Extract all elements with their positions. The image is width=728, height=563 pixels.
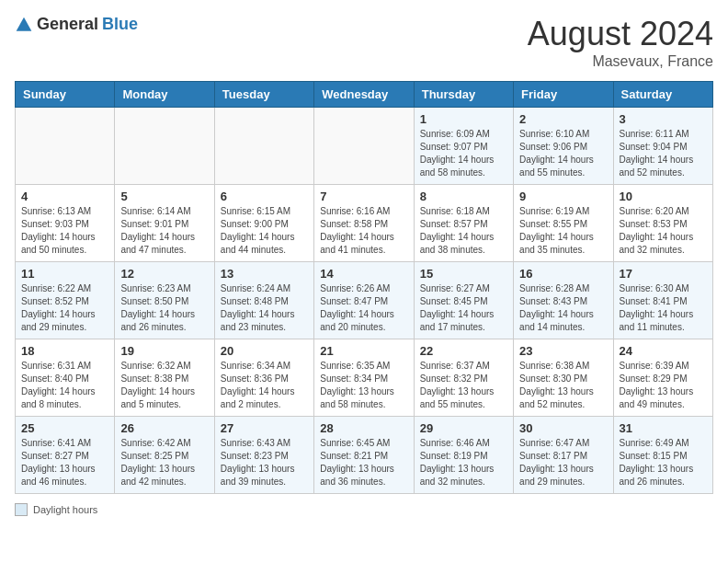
day-info: Sunrise: 6:39 AMSunset: 8:29 PMDaylight:… [620, 360, 707, 411]
calendar-cell: 21Sunrise: 6:35 AMSunset: 8:34 PMDayligh… [314, 339, 414, 417]
day-info: Sunrise: 6:23 AMSunset: 8:50 PMDaylight:… [120, 282, 208, 334]
location: Masevaux, France [528, 53, 713, 70]
day-info: Sunrise: 6:14 AMSunset: 9:01 PMDaylight:… [120, 205, 208, 257]
day-info: Sunrise: 6:11 AMSunset: 9:04 PMDaylight:… [620, 128, 707, 179]
day-number: 18 [21, 344, 108, 358]
calendar-week-row: 18Sunrise: 6:31 AMSunset: 8:40 PMDayligh… [16, 339, 713, 417]
day-number: 7 [320, 190, 407, 203]
day-info: Sunrise: 6:10 AMSunset: 9:06 PMDaylight:… [519, 128, 607, 179]
day-number: 15 [420, 267, 507, 281]
calendar-cell: 20Sunrise: 6:34 AMSunset: 8:36 PMDayligh… [214, 339, 313, 417]
day-number: 4 [21, 190, 108, 203]
day-info: Sunrise: 6:19 AMSunset: 8:55 PMDaylight:… [519, 205, 607, 257]
calendar-cell: 16Sunrise: 6:28 AMSunset: 8:43 PMDayligh… [514, 262, 613, 339]
day-number: 27 [221, 421, 308, 435]
day-number: 6 [221, 190, 308, 203]
month-year: August 2024 [528, 15, 713, 53]
daylight-legend-box [15, 503, 28, 516]
logo: General Blue [15, 15, 138, 34]
calendar-cell [16, 108, 115, 185]
day-number: 29 [420, 421, 507, 435]
calendar-cell: 19Sunrise: 6:32 AMSunset: 8:38 PMDayligh… [115, 339, 214, 417]
page-header: General Blue August 2024 Masevaux, Franc… [15, 15, 713, 70]
col-header-friday: Friday [514, 82, 613, 108]
calendar-table: SundayMondayTuesdayWednesdayThursdayFrid… [15, 81, 713, 494]
day-info: Sunrise: 6:32 AMSunset: 8:38 PMDaylight:… [120, 360, 208, 411]
day-info: Sunrise: 6:43 AMSunset: 8:23 PMDaylight:… [221, 437, 308, 488]
logo-icon [15, 16, 33, 34]
day-info: Sunrise: 6:37 AMSunset: 8:32 PMDaylight:… [420, 360, 507, 411]
day-number: 13 [221, 267, 308, 281]
day-number: 26 [120, 421, 208, 435]
day-info: Sunrise: 6:47 AMSunset: 8:17 PMDaylight:… [519, 437, 607, 488]
calendar-cell: 10Sunrise: 6:20 AMSunset: 8:53 PMDayligh… [613, 185, 712, 262]
calendar-cell: 3Sunrise: 6:11 AMSunset: 9:04 PMDaylight… [613, 108, 712, 185]
day-number: 16 [519, 267, 607, 281]
day-info: Sunrise: 6:26 AMSunset: 8:47 PMDaylight:… [320, 282, 407, 334]
calendar-cell: 30Sunrise: 6:47 AMSunset: 8:17 PMDayligh… [514, 417, 613, 494]
day-number: 14 [320, 267, 407, 281]
day-info: Sunrise: 6:27 AMSunset: 8:45 PMDaylight:… [420, 282, 507, 334]
svg-marker-0 [17, 17, 32, 30]
day-info: Sunrise: 6:34 AMSunset: 8:36 PMDaylight:… [221, 360, 308, 411]
day-info: Sunrise: 6:45 AMSunset: 8:21 PMDaylight:… [320, 437, 407, 488]
day-number: 2 [519, 112, 607, 126]
calendar-cell: 8Sunrise: 6:18 AMSunset: 8:57 PMDaylight… [414, 185, 513, 262]
calendar-cell: 14Sunrise: 6:26 AMSunset: 8:47 PMDayligh… [314, 262, 414, 339]
calendar-cell: 18Sunrise: 6:31 AMSunset: 8:40 PMDayligh… [16, 339, 115, 417]
day-info: Sunrise: 6:35 AMSunset: 8:34 PMDaylight:… [320, 360, 407, 411]
calendar-week-row: 25Sunrise: 6:41 AMSunset: 8:27 PMDayligh… [16, 417, 713, 494]
calendar-week-row: 4Sunrise: 6:13 AMSunset: 9:03 PMDaylight… [16, 185, 713, 262]
day-number: 28 [320, 421, 407, 435]
day-info: Sunrise: 6:38 AMSunset: 8:30 PMDaylight:… [519, 360, 607, 411]
calendar-cell: 31Sunrise: 6:49 AMSunset: 8:15 PMDayligh… [613, 417, 712, 494]
calendar-cell: 2Sunrise: 6:10 AMSunset: 9:06 PMDaylight… [514, 108, 613, 185]
calendar-cell: 17Sunrise: 6:30 AMSunset: 8:41 PMDayligh… [613, 262, 712, 339]
day-number: 8 [420, 190, 507, 203]
day-info: Sunrise: 6:18 AMSunset: 8:57 PMDaylight:… [420, 205, 507, 257]
calendar-week-row: 1Sunrise: 6:09 AMSunset: 9:07 PMDaylight… [16, 108, 713, 185]
calendar-cell: 5Sunrise: 6:14 AMSunset: 9:01 PMDaylight… [115, 185, 214, 262]
col-header-sunday: Sunday [16, 82, 115, 108]
day-number: 9 [519, 190, 607, 203]
calendar-cell: 1Sunrise: 6:09 AMSunset: 9:07 PMDaylight… [414, 108, 513, 185]
calendar-cell: 13Sunrise: 6:24 AMSunset: 8:48 PMDayligh… [214, 262, 313, 339]
logo-blue: Blue [102, 15, 138, 34]
day-number: 24 [620, 344, 707, 358]
day-info: Sunrise: 6:49 AMSunset: 8:15 PMDaylight:… [620, 437, 707, 488]
calendar-cell: 9Sunrise: 6:19 AMSunset: 8:55 PMDaylight… [514, 185, 613, 262]
day-number: 22 [420, 344, 507, 358]
day-number: 1 [420, 112, 507, 126]
daylight-label: Daylight hours [33, 504, 97, 515]
calendar-cell: 29Sunrise: 6:46 AMSunset: 8:19 PMDayligh… [414, 417, 513, 494]
calendar-cell: 26Sunrise: 6:42 AMSunset: 8:25 PMDayligh… [115, 417, 214, 494]
day-number: 5 [120, 190, 208, 203]
day-info: Sunrise: 6:15 AMSunset: 9:00 PMDaylight:… [221, 205, 308, 257]
calendar-cell: 12Sunrise: 6:23 AMSunset: 8:50 PMDayligh… [115, 262, 214, 339]
day-number: 17 [620, 267, 707, 281]
calendar-cell: 15Sunrise: 6:27 AMSunset: 8:45 PMDayligh… [414, 262, 513, 339]
col-header-monday: Monday [115, 82, 214, 108]
day-info: Sunrise: 6:24 AMSunset: 8:48 PMDaylight:… [221, 282, 308, 334]
calendar-cell: 6Sunrise: 6:15 AMSunset: 9:00 PMDaylight… [214, 185, 313, 262]
calendar-cell [115, 108, 214, 185]
col-header-wednesday: Wednesday [314, 82, 414, 108]
day-info: Sunrise: 6:20 AMSunset: 8:53 PMDaylight:… [620, 205, 707, 257]
day-number: 3 [620, 112, 707, 126]
day-info: Sunrise: 6:41 AMSunset: 8:27 PMDaylight:… [21, 437, 108, 488]
calendar-cell: 4Sunrise: 6:13 AMSunset: 9:03 PMDaylight… [16, 185, 115, 262]
day-number: 10 [620, 190, 707, 203]
day-info: Sunrise: 6:28 AMSunset: 8:43 PMDaylight:… [519, 282, 607, 334]
day-number: 23 [519, 344, 607, 358]
day-number: 25 [21, 421, 108, 435]
calendar-week-row: 11Sunrise: 6:22 AMSunset: 8:52 PMDayligh… [16, 262, 713, 339]
day-number: 21 [320, 344, 407, 358]
calendar-cell: 22Sunrise: 6:37 AMSunset: 8:32 PMDayligh… [414, 339, 513, 417]
calendar-cell: 28Sunrise: 6:45 AMSunset: 8:21 PMDayligh… [314, 417, 414, 494]
day-number: 31 [620, 421, 707, 435]
day-info: Sunrise: 6:30 AMSunset: 8:41 PMDaylight:… [620, 282, 707, 334]
calendar-cell [214, 108, 313, 185]
title-block: August 2024 Masevaux, France [528, 15, 713, 70]
day-number: 12 [120, 267, 208, 281]
day-info: Sunrise: 6:09 AMSunset: 9:07 PMDaylight:… [420, 128, 507, 179]
